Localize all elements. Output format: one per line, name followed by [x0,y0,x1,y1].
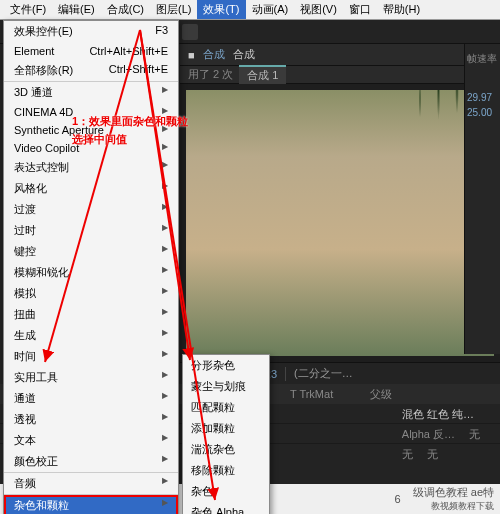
timeline-right-columns: 混色 红色 纯… Alpha 反… 无 无 无 [402,404,480,464]
menu-window[interactable]: 窗口 [343,0,377,19]
menu-obsolete[interactable]: 过时 [4,220,178,241]
submenu-noise-alpha[interactable]: 杂色 Alpha [183,502,269,514]
menu-remove-all[interactable]: 全部移除(R)Ctrl+Shift+E [4,60,178,82]
menu-keying[interactable]: 键控 [4,241,178,262]
caption-sub: 教视频教程下载 [431,500,494,513]
menu-time[interactable]: 时间 [4,346,178,367]
annotation-text: 1：效果里面杂色和颗粒 选择中间值 [72,112,188,148]
noise-grain-submenu: 分形杂色 蒙尘与划痕 匹配颗粒 添加颗粒 湍流杂色 移除颗粒 杂色 杂色 Alp… [182,354,270,514]
comp-panel-tabs: ■ 合成 合成 [180,44,500,66]
framerate-value-2: 25.00 [467,107,498,118]
comp-panel-icon: ■ [188,49,195,61]
menu-view[interactable]: 视图(V) [294,0,343,19]
submenu-noise[interactable]: 杂色 [183,481,269,502]
submenu-dust-scratches[interactable]: 蒙尘与划痕 [183,376,269,397]
menu-utility[interactable]: 实用工具 [4,367,178,388]
submenu-turbulent-noise[interactable]: 湍流杂色 [183,439,269,460]
menu-blur-sharpen[interactable]: 模糊和锐化 [4,262,178,283]
composition-preview[interactable] [186,90,494,356]
menu-3d-channel[interactable]: 3D 通道 [4,82,178,103]
caption-text: 级调色教程 ae特 [413,485,494,500]
menu-layer[interactable]: 图层(L) [150,0,197,19]
blend-mode-1[interactable]: 混色 红色 纯… [402,407,474,422]
trkmat-2[interactable]: 无 [402,447,413,462]
menu-noise-grain[interactable]: 杂色和颗粒 [4,495,178,514]
col-parent[interactable]: 父级 [370,387,392,402]
menu-color-correction[interactable]: 颜色校正 [4,451,178,473]
menu-edit[interactable]: 编辑(E) [52,0,101,19]
info-panel: 帧速率 29.97 25.00 [464,44,500,354]
col-trkmat[interactable]: T TrkMat [290,388,333,400]
comp-panel-title[interactable]: 合成 [203,47,225,62]
submenu-remove-grain[interactable]: 移除颗粒 [183,460,269,481]
effect-menu-dropdown: 效果控件(E)F3 ElementCtrl+Alt+Shift+E 全部移除(R… [3,20,179,514]
trkmat-1[interactable]: Alpha 反… [402,427,455,442]
menu-text[interactable]: 文本 [4,430,178,451]
menubar: 文件(F) 编辑(E) 合成(C) 图层(L) 效果(T) 动画(A) 视图(V… [0,0,500,20]
composition-panel: ■ 合成 合成 用了 2 次 合成 1 50% 0;00;04;23 (二分之一… [180,44,500,384]
menu-generate[interactable]: 生成 [4,325,178,346]
submenu-match-grain[interactable]: 匹配颗粒 [183,397,269,418]
parent-1[interactable]: 无 [469,427,480,442]
menu-effect[interactable]: 效果(T) [197,0,245,19]
menu-transition[interactable]: 过渡 [4,199,178,220]
resolution-dropdown[interactable]: (二分之一… [294,366,353,381]
submenu-add-grain[interactable]: 添加颗粒 [183,418,269,439]
menu-audio[interactable]: 音频 [4,473,178,495]
comp-name-label: 合成 [233,47,255,62]
menu-stylize[interactable]: 风格化 [4,178,178,199]
menu-element[interactable]: ElementCtrl+Alt+Shift+E [4,42,178,60]
menu-animation[interactable]: 动画(A) [246,0,295,19]
page-number: 6 [395,493,401,505]
comp-used-text: 用了 2 次 [188,67,233,82]
comp-tab-1[interactable]: 合成 1 [239,65,286,84]
menu-channel[interactable]: 通道 [4,388,178,409]
parent-2[interactable]: 无 [427,447,438,462]
menu-file[interactable]: 文件(F) [4,0,52,19]
menu-simulate[interactable]: 模拟 [4,283,178,304]
menu-perspective[interactable]: 透视 [4,409,178,430]
menu-expression-controls[interactable]: 表达式控制 [4,157,178,178]
menu-help[interactable]: 帮助(H) [377,0,426,19]
framerate-value-1: 29.97 [467,92,498,103]
submenu-fractal-noise[interactable]: 分形杂色 [183,355,269,376]
framerate-label: 帧速率 [467,52,500,66]
comp-sub-header: 用了 2 次 合成 1 [180,66,500,84]
menu-distort[interactable]: 扭曲 [4,304,178,325]
tool-text[interactable] [182,24,198,40]
menu-effect-controls[interactable]: 效果控件(E)F3 [4,21,178,42]
menu-composition[interactable]: 合成(C) [101,0,150,19]
